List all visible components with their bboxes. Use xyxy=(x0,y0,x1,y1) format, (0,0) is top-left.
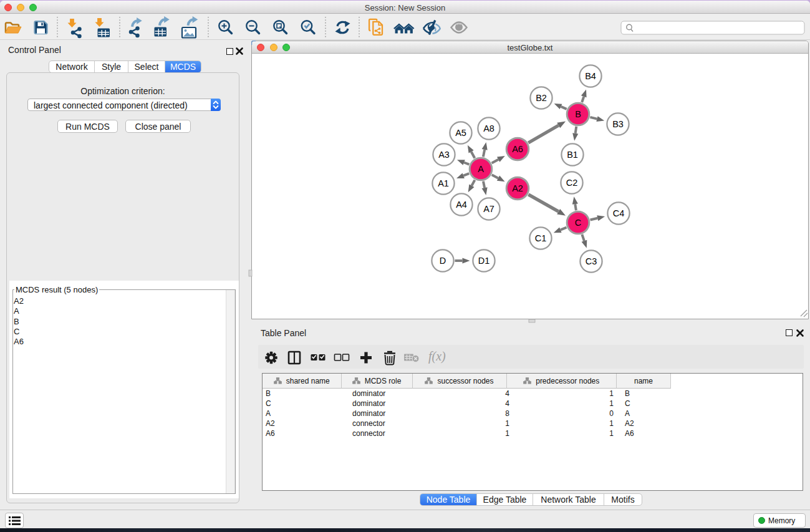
svg-text:C: C xyxy=(575,218,581,228)
svg-text:A: A xyxy=(478,164,484,174)
svg-text:D1: D1 xyxy=(478,256,490,266)
svg-text:B3: B3 xyxy=(612,119,624,129)
svg-text:B: B xyxy=(575,109,581,119)
svg-text:A3: A3 xyxy=(438,150,450,160)
svg-text:A7: A7 xyxy=(483,204,494,214)
svg-text:C3: C3 xyxy=(586,256,597,266)
svg-text:A6: A6 xyxy=(512,144,523,154)
svg-text:D: D xyxy=(440,256,446,266)
svg-text:B1: B1 xyxy=(567,150,578,160)
svg-text:A4: A4 xyxy=(456,200,467,210)
svg-text:C4: C4 xyxy=(613,208,625,218)
svg-text:A1: A1 xyxy=(438,178,449,188)
svg-text:A2: A2 xyxy=(512,183,523,193)
svg-text:A5: A5 xyxy=(455,128,466,138)
svg-text:C1: C1 xyxy=(535,233,547,243)
svg-text:B2: B2 xyxy=(536,93,547,103)
svg-text:B4: B4 xyxy=(585,71,596,81)
svg-text:A8: A8 xyxy=(483,123,494,133)
svg-text:C2: C2 xyxy=(566,178,578,188)
